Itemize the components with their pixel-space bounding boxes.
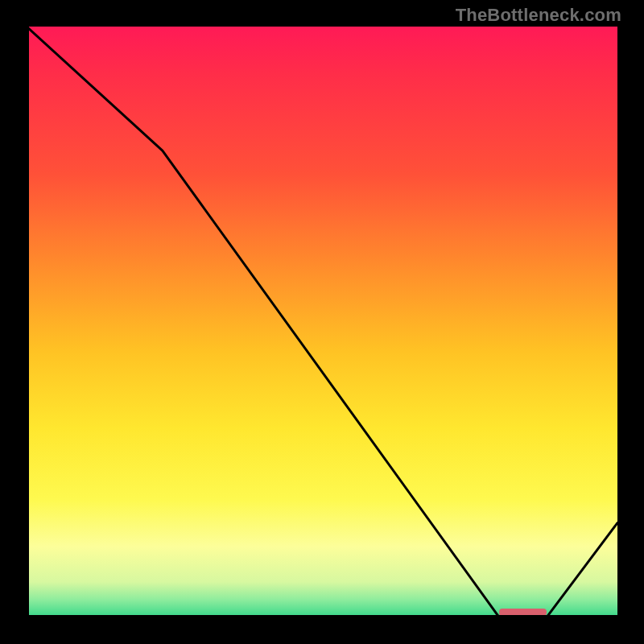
- chart-curve-path: [27, 27, 617, 617]
- page-root: { "watermark": "TheBottleneck.com", "col…: [0, 0, 644, 644]
- bottleneck-chart: [27, 27, 617, 617]
- chart-curve: [27, 27, 617, 617]
- bottleneck-marker: [499, 609, 547, 616]
- watermark-text: TheBottleneck.com: [456, 5, 621, 26]
